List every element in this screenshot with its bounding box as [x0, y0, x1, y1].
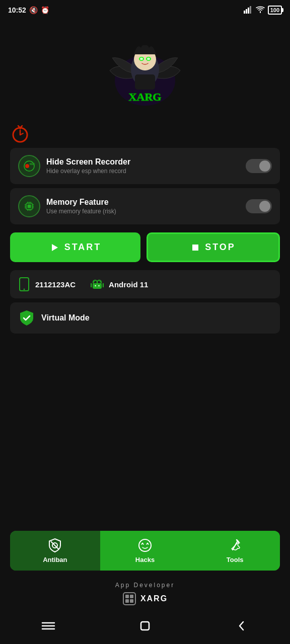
hide-screen-recorder-text: Hide Screen Recorder Hide overlay esp wh…: [46, 157, 240, 175]
brand-icon: [122, 592, 136, 606]
hide-screen-recorder-toggle[interactable]: [246, 159, 272, 173]
svg-rect-57: [123, 593, 135, 605]
android-icon: [91, 279, 104, 290]
svg-rect-61: [130, 599, 133, 603]
status-right: 100: [244, 6, 282, 15]
virtual-mode-text: Virtual Mode: [41, 313, 90, 323]
mute-icon: 🔇: [29, 6, 38, 14]
tools-label: Tools: [227, 556, 244, 564]
developer-label: App Developer: [0, 582, 290, 589]
memory-feature-subtitle: Use memory feature (risk): [46, 208, 240, 215]
memory-feature-title: Memory Feature: [46, 198, 240, 207]
svg-point-47: [98, 285, 99, 286]
svg-rect-60: [125, 599, 129, 603]
antiban-label: Antiban: [43, 556, 67, 564]
phone-icon: [18, 277, 30, 291]
start-label: START: [64, 242, 102, 253]
svg-point-54: [147, 543, 149, 544]
logo-section: XARG XARG: [0, 20, 290, 116]
svg-rect-24: [28, 205, 31, 208]
hide-screen-recorder-card: REC Hide Screen Recorder Hide overlay es…: [10, 148, 280, 184]
android-version-item: Android 11: [91, 279, 148, 290]
svg-point-52: [139, 539, 151, 551]
device-id-text: 2112123AC: [35, 280, 76, 289]
nav-tools[interactable]: Tools: [190, 531, 280, 571]
start-button[interactable]: START: [10, 232, 140, 262]
svg-text:REC: REC: [30, 163, 35, 166]
svg-rect-38: [192, 245, 198, 251]
developer-section: App Developer XARG: [0, 576, 290, 610]
svg-text:XARG: XARG: [129, 91, 162, 103]
brand-name: XARG: [140, 594, 168, 603]
device-info-row: 2112123AC Android 11: [10, 270, 280, 298]
system-nav-bar: [0, 610, 290, 644]
status-bar: 10:52 🔇 ⏰ 100: [0, 0, 290, 20]
main-content: REC Hide Screen Recorder Hide overlay es…: [0, 116, 290, 432]
svg-point-10: [147, 58, 150, 60]
signal-icon: [244, 6, 253, 15]
battery-display: 100: [268, 6, 282, 15]
time-display: 10:52: [8, 6, 26, 14]
svg-rect-65: [141, 622, 149, 630]
developer-brand: XARG: [0, 592, 290, 606]
svg-point-46: [95, 285, 96, 286]
action-buttons-row: START STOP: [10, 232, 280, 262]
hacks-icon: [137, 538, 153, 553]
svg-rect-59: [130, 595, 133, 598]
app-logo: XARG XARG: [105, 30, 185, 111]
cpu-icon: [18, 195, 40, 217]
home-nav-button[interactable]: [135, 616, 155, 636]
timer-section: [10, 116, 280, 148]
svg-point-21: [25, 164, 29, 168]
bottom-navigation: Antiban Hacks Tools: [10, 531, 280, 571]
hacks-label: Hacks: [135, 556, 155, 564]
nav-antiban[interactable]: Antiban: [10, 531, 100, 571]
hide-screen-recorder-title: Hide Screen Recorder: [46, 157, 240, 167]
nav-hacks[interactable]: Hacks: [100, 531, 190, 571]
svg-rect-11: [135, 74, 155, 90]
android-version-text: Android 11: [109, 280, 148, 289]
tools-icon: [228, 538, 243, 553]
back-nav-button[interactable]: [232, 616, 252, 636]
status-left: 10:52 🔇 ⏰: [8, 6, 49, 14]
timer-icon: [10, 124, 30, 144]
wifi-icon: [256, 6, 265, 15]
svg-rect-2: [248, 8, 249, 14]
svg-line-55: [233, 541, 238, 550]
svg-rect-0: [244, 11, 245, 14]
virtual-mode-row: Virtual Mode: [10, 302, 280, 334]
alarm-icon: ⏰: [41, 6, 49, 14]
memory-feature-toggle[interactable]: [246, 199, 272, 213]
memory-feature-card: Memory Feature Use memory feature (risk): [10, 188, 280, 224]
stop-button[interactable]: STOP: [147, 232, 280, 262]
stop-label: STOP: [205, 242, 236, 253]
svg-point-40: [24, 289, 25, 290]
rec-icon: REC: [18, 155, 40, 177]
memory-feature-text: Memory Feature Use memory feature (risk): [46, 198, 240, 215]
antiban-icon: [47, 538, 62, 553]
menu-nav-button[interactable]: [38, 616, 58, 636]
svg-marker-37: [52, 244, 58, 251]
svg-rect-58: [125, 595, 129, 598]
svg-point-53: [142, 543, 143, 544]
svg-rect-3: [250, 6, 251, 14]
hide-screen-recorder-subtitle: Hide overlay esp when record: [46, 168, 240, 175]
shield-check-icon: [18, 309, 35, 327]
svg-rect-1: [246, 9, 247, 14]
svg-point-9: [140, 58, 143, 60]
device-id-item: 2112123AC: [18, 277, 76, 291]
